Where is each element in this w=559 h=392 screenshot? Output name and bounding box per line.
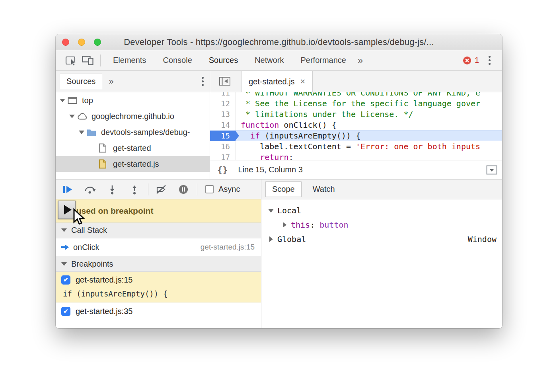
frame-location: get-started.js:15 <box>201 243 255 252</box>
inspect-icon[interactable] <box>63 53 80 68</box>
tab-performance[interactable]: Performance <box>292 50 355 71</box>
window-title: Developer Tools - https://googlechrome.g… <box>124 37 434 47</box>
scope-watch-header: Scope Watch <box>261 179 502 199</box>
tree-item-domain[interactable]: googlechrome.github.io <box>56 108 210 124</box>
breakpoint-checkbox[interactable] <box>61 307 70 316</box>
tree-item-label: devtools-samples/debug- <box>101 128 190 137</box>
scope-global-value: Window <box>468 234 497 244</box>
tab-scope[interactable]: Scope <box>265 181 302 197</box>
current-frame-arrow-icon <box>60 243 70 252</box>
hide-navigator-icon[interactable] <box>216 70 234 92</box>
file-js-icon <box>99 159 111 169</box>
breakpoint-entry[interactable]: get-started.js:35 <box>56 302 261 320</box>
tab-watch[interactable]: Watch <box>313 185 335 194</box>
breakpoints-header[interactable]: Breakpoints <box>56 256 261 272</box>
code-line: 13 * limitations under the License. */ <box>210 109 502 120</box>
step-over-icon[interactable] <box>81 181 99 198</box>
scope-property-name: this <box>291 220 310 230</box>
call-stack-frame[interactable]: onClick get-started.js:15 <box>56 238 261 256</box>
breakpoint-location: get-started.js:15 <box>76 275 132 285</box>
navigator-more-tabs-chevron-icon[interactable]: » <box>109 76 113 87</box>
main-menu-kebab-icon[interactable] <box>489 56 491 58</box>
line-number[interactable]: 17 <box>210 152 236 160</box>
cloud-icon <box>77 113 89 120</box>
expand-arrow-icon[interactable] <box>267 236 275 242</box>
scope-property-this[interactable]: this: button <box>261 218 502 232</box>
tab-elements[interactable]: Elements <box>105 50 154 71</box>
code-line: 12 * See the License for the specific la… <box>210 98 502 109</box>
tree-item-label: googlechrome.github.io <box>92 112 174 121</box>
collapse-arrow-icon <box>61 262 67 266</box>
tab-console[interactable]: Console <box>154 50 200 71</box>
error-counter[interactable]: 1 <box>463 56 479 65</box>
scope-separator: : <box>310 220 319 230</box>
frame-icon <box>68 96 80 104</box>
expand-arrow-icon[interactable] <box>59 99 66 102</box>
code-line: 11 * WITHOUT WARRANTIES OR CONDITIONS OF… <box>210 92 502 98</box>
line-number[interactable]: 14 <box>210 120 236 131</box>
code-line: 14 function onClick() { <box>210 120 502 131</box>
scope-section-global[interactable]: Global Window <box>261 232 502 246</box>
expand-arrow-icon[interactable] <box>68 115 76 118</box>
toolbar-divider <box>197 183 197 195</box>
expand-arrow-icon[interactable] <box>78 131 85 134</box>
tree-item-top[interactable]: top <box>56 92 210 108</box>
tree-item-folder[interactable]: devtools-samples/debug- <box>56 124 210 140</box>
line-number-paused[interactable]: 15 <box>210 131 236 141</box>
toolbar-divider <box>100 55 101 66</box>
more-panels-chevron-icon[interactable]: » <box>354 55 366 66</box>
device-toolbar-icon[interactable] <box>80 53 96 68</box>
pretty-print-icon[interactable]: {} <box>217 165 228 175</box>
close-tab-icon[interactable]: × <box>300 76 306 87</box>
error-badge-icon <box>463 56 471 65</box>
line-number[interactable]: 13 <box>210 109 236 120</box>
tab-sources[interactable]: Sources <box>201 50 246 71</box>
devtools-window: Developer Tools - https://googlechrome.g… <box>56 34 502 328</box>
navigator-kebab-icon[interactable] <box>202 77 204 79</box>
error-count-label: 1 <box>475 56 479 65</box>
editor-tab-get-started-js[interactable]: get-started.js × <box>241 71 313 92</box>
collapse-arrow-icon[interactable] <box>267 209 275 213</box>
breakpoints-title: Breakpoints <box>71 259 113 269</box>
debugger-toolbar: Async <box>56 179 261 199</box>
tree-item-get-started-js[interactable]: get-started.js <box>56 156 210 172</box>
source-options-dropdown-icon[interactable] <box>486 165 497 175</box>
step-out-icon[interactable] <box>126 181 143 198</box>
step-into-icon[interactable] <box>103 181 121 198</box>
zoom-window-button[interactable] <box>94 39 101 46</box>
mouse-cursor-icon <box>71 208 87 226</box>
breakpoint-entry[interactable]: get-started.js:15 if (inputsAreEmpty()) … <box>56 272 261 302</box>
code-line: 17 return; <box>210 152 502 160</box>
navigator-sidebar: Sources » top <box>56 71 210 179</box>
minimize-window-button[interactable] <box>78 39 85 46</box>
cursor-position-label: Line 15, Column 3 <box>238 165 303 174</box>
code-viewport: 11 * WITHOUT WARRANTIES OR CONDITIONS OF… <box>210 92 502 160</box>
debugger-pane: Async Paused on breakpoint Call Stack <box>56 179 261 328</box>
sources-top-split: Sources » top <box>56 71 502 179</box>
source-editor: get-started.js × 11 * WITHOUT WARRANTIES… <box>210 71 502 179</box>
async-checkbox-label[interactable]: Async <box>218 185 240 194</box>
async-checkbox[interactable] <box>205 185 214 193</box>
scope-tree: Local this: button Global Window <box>261 199 502 246</box>
pause-on-exceptions-icon[interactable] <box>175 181 192 198</box>
line-number[interactable]: 12 <box>210 98 236 109</box>
resume-icon[interactable] <box>59 181 76 198</box>
tree-item-label: get-started.js <box>113 160 159 169</box>
tree-item-get-started[interactable]: get-started <box>56 140 210 156</box>
editor-tab-bar: get-started.js × <box>210 71 502 92</box>
breakpoint-code-snippet: if (inputsAreEmpty()) { <box>63 288 261 302</box>
tab-network[interactable]: Network <box>246 50 292 71</box>
expand-arrow-icon[interactable] <box>280 222 288 228</box>
deactivate-breakpoints-icon[interactable] <box>152 181 170 198</box>
breakpoint-checkbox[interactable] <box>61 275 70 285</box>
line-number[interactable]: 11 <box>210 92 236 98</box>
code-line-paused: 15 if (inputsAreEmpty()) { <box>210 131 502 141</box>
scope-section-label: Global <box>277 234 306 244</box>
close-window-button[interactable] <box>62 39 69 46</box>
debugger-bottom-split: Async Paused on breakpoint Call Stack <box>56 179 502 328</box>
navigator-tab-sources[interactable]: Sources <box>60 74 102 89</box>
navigator-header: Sources » <box>56 71 210 92</box>
line-number[interactable]: 16 <box>210 141 236 152</box>
toolbar-divider <box>148 183 148 195</box>
scope-section-local[interactable]: Local <box>261 203 502 218</box>
